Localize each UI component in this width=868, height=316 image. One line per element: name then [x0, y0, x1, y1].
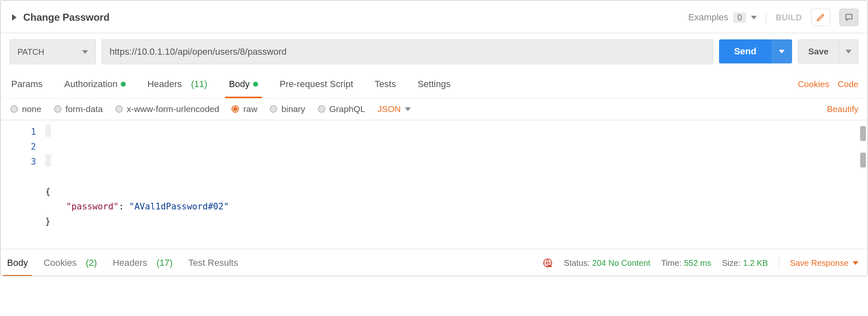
response-tab-headers[interactable]: Headers (17): [110, 253, 175, 273]
send-button[interactable]: Send: [719, 39, 771, 63]
send-dropdown[interactable]: [771, 39, 792, 63]
network-globe-icon[interactable]: [542, 258, 553, 268]
request-header: Change Password Examples 0 BUILD: [0, 0, 868, 33]
save-button-group: Save: [798, 39, 858, 63]
line-number: 1: [7, 124, 36, 139]
size-info: Size:1.2 KB: [722, 258, 768, 268]
examples-count: 0: [733, 12, 746, 23]
line-number: 2: [7, 139, 36, 154]
body-type-form-data[interactable]: form-data: [54, 104, 103, 114]
request-title: Change Password: [23, 12, 110, 23]
body-type-binary[interactable]: binary: [270, 104, 305, 114]
body-editor[interactable]: 1 2 3 { "password": "AVal1dPassword#02"}: [0, 120, 868, 249]
save-button[interactable]: Save: [798, 39, 839, 63]
header-right: Examples 0 BUILD: [688, 9, 858, 26]
separator: [779, 257, 779, 269]
examples-dropdown[interactable]: Examples 0: [688, 12, 757, 23]
line-number-gutter: 1 2 3: [7, 124, 41, 245]
line-number: 3: [7, 154, 36, 169]
bracket-highlight: [45, 154, 51, 167]
chevron-down-icon: [82, 50, 88, 54]
request-tabs: Params Authorization Headers (11) Body P…: [0, 70, 868, 98]
body-type-urlencoded[interactable]: x-www-form-urlencoded: [115, 104, 219, 114]
http-method-select[interactable]: PATCH: [10, 39, 96, 64]
response-tab-test-results[interactable]: Test Results: [186, 253, 241, 273]
beautify-link[interactable]: Beautify: [827, 104, 858, 114]
body-type-raw[interactable]: raw: [232, 104, 257, 114]
url-input[interactable]: https://10.0.1.10/api/open/users/8/passw…: [102, 39, 713, 64]
tab-settings[interactable]: Settings: [416, 73, 452, 98]
header-left: Change Password: [12, 12, 110, 23]
scrollbar-thumb[interactable]: [860, 126, 866, 141]
http-method-value: PATCH: [17, 47, 44, 57]
pencil-icon: [816, 13, 825, 22]
scrollbar-thumb[interactable]: [860, 153, 866, 168]
tab-headers[interactable]: Headers (11): [146, 73, 209, 98]
body-type-none[interactable]: none: [10, 104, 41, 114]
examples-label: Examples: [688, 12, 729, 23]
status-dot-icon: [121, 82, 126, 87]
postman-request-panel: Change Password Examples 0 BUILD PATCH h…: [0, 0, 868, 276]
chevron-down-icon: [853, 261, 858, 265]
body-type-graphql[interactable]: GraphQL: [318, 104, 365, 114]
status-dot-icon: [253, 82, 258, 87]
time-info: Time:552 ms: [661, 258, 711, 268]
separator: [766, 11, 766, 24]
response-bar: Body Cookies (2) Headers (17) Test Resul…: [0, 249, 868, 276]
cookies-link[interactable]: Cookies: [798, 73, 829, 97]
body-format-select[interactable]: JSON: [378, 104, 411, 114]
comments-button[interactable]: [839, 9, 858, 26]
send-button-group: Send: [719, 39, 792, 63]
chevron-down-icon: [751, 16, 757, 19]
chevron-down-icon: [846, 50, 851, 53]
chevron-down-icon: [405, 107, 411, 111]
tab-authorization[interactable]: Authorization: [63, 73, 127, 98]
code-text[interactable]: { "password": "AVal1dPassword#02"}: [45, 124, 856, 249]
request-url-bar: PATCH https://10.0.1.10/api/open/users/8…: [0, 33, 868, 70]
status-info: Status:204 No Content: [564, 258, 650, 268]
response-tab-cookies[interactable]: Cookies (2): [41, 253, 100, 273]
response-tabs: Body Cookies (2) Headers (17) Test Resul…: [5, 253, 241, 273]
response-tab-body[interactable]: Body: [5, 253, 30, 273]
save-dropdown[interactable]: [839, 39, 858, 63]
tab-body[interactable]: Body: [227, 73, 260, 98]
chevron-down-icon: [779, 50, 785, 53]
save-response-dropdown[interactable]: Save Response: [790, 258, 858, 268]
url-value: https://10.0.1.10/api/open/users/8/passw…: [110, 46, 287, 57]
body-type-row: none form-data x-www-form-urlencoded raw…: [0, 98, 868, 120]
bracket-highlight: [45, 124, 51, 137]
tab-pre-request-script[interactable]: Pre-request Script: [278, 73, 355, 98]
edit-button[interactable]: [811, 9, 830, 26]
response-meta: Status:204 No Content Time:552 ms Size:1…: [542, 257, 858, 269]
tab-params[interactable]: Params: [10, 73, 44, 98]
code-link[interactable]: Code: [838, 73, 858, 97]
tab-tests[interactable]: Tests: [373, 73, 397, 98]
expand-icon[interactable]: [12, 14, 17, 21]
build-label[interactable]: BUILD: [775, 13, 802, 22]
comment-icon: [844, 13, 853, 22]
